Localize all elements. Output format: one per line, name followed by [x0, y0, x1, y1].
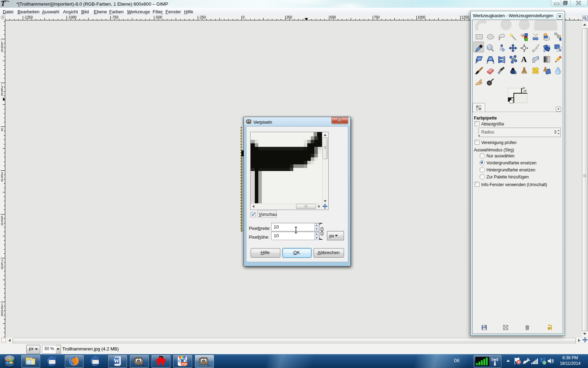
svg-text:0: 0 [1, 178, 3, 182]
svg-text:-250: -250 [199, 15, 206, 19]
svg-text:0: 0 [1, 93, 3, 96]
svg-text:0: 0 [1, 266, 3, 270]
svg-text:W: W [114, 357, 120, 364]
svg-text:-500: -500 [155, 15, 162, 19]
svg-text:0: 0 [1, 49, 3, 53]
svg-text:0: 0 [243, 15, 245, 19]
svg-text:-1000: -1000 [68, 15, 77, 19]
svg-text:0: 0 [1, 222, 3, 226]
svg-text:500: 500 [330, 15, 336, 19]
svg-text:1250: 1250 [461, 15, 469, 19]
svg-text:750: 750 [374, 15, 380, 19]
svg-text:-1250: -1250 [24, 15, 33, 19]
svg-text:1000: 1000 [418, 15, 426, 19]
svg-text:A: A [521, 55, 527, 64]
svg-text:PDF: PDF [182, 362, 188, 366]
svg-text:-750: -750 [111, 15, 118, 19]
svg-text:0: 0 [1, 128, 3, 132]
svg-text:250: 250 [286, 15, 292, 19]
svg-text:0: 0 [1, 313, 3, 317]
